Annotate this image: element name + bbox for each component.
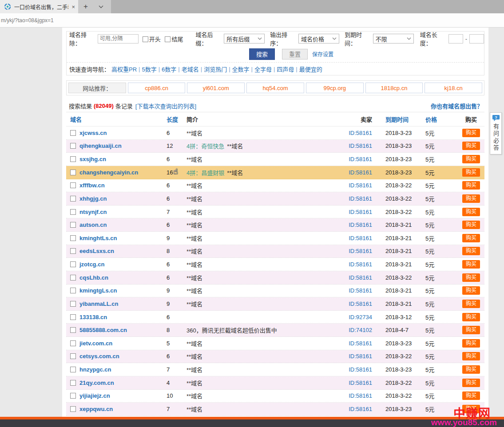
recommend-site-link[interactable]: 99cp.org [306,83,364,93]
seller-id-link[interactable]: ID:58161 [340,380,376,386]
buy-button[interactable]: 购买 [462,260,480,269]
buy-button[interactable]: 购买 [462,352,480,360]
domain-link[interactable]: yibanmaLL.cn [79,300,167,307]
buy-button[interactable]: 购买 [462,300,480,308]
buy-button[interactable]: 购买 [462,326,480,334]
reset-button[interactable]: 重置 [282,49,308,59]
row-checkbox[interactable] [70,143,76,149]
row-checkbox[interactable] [70,393,76,399]
expiry-select[interactable]: 不限 [373,34,414,43]
tab-list-chevron-icon[interactable] [93,0,108,13]
domain-link[interactable]: cqsLhb.cn [79,274,167,281]
quick-nav-link[interactable]: 5数字 [142,65,156,73]
seller-id-link[interactable]: ID:58161 [340,130,376,136]
row-checkbox[interactable] [70,156,76,162]
suffix-select[interactable]: 所有后缀 [224,34,265,43]
buy-button[interactable]: 购买 [462,194,480,203]
recommend-site-link[interactable]: hq54.com [246,83,304,93]
domain-link[interactable]: 133138.cn [79,314,167,320]
row-checkbox[interactable] [70,301,76,307]
domain-link[interactable]: jietv.com.cn [79,340,167,347]
domain-link[interactable]: changshengcaiyin.cn [79,169,167,176]
row-checkbox[interactable] [70,170,76,175]
buy-button[interactable]: 购买 [462,247,480,255]
seller-id-link[interactable]: ID:58161 [340,261,376,268]
row-checkbox[interactable] [70,314,76,320]
seller-id-link[interactable]: ID:58161 [340,392,376,399]
domain-link[interactable]: xfffbw.cn [79,182,167,189]
domain-link[interactable]: xhhgjg.cn [79,195,167,202]
domain-link[interactable]: kmingtgLs.cn [79,287,167,294]
length-max-input[interactable] [469,34,484,43]
help-widget[interactable]: ? 有问必答 [490,112,502,154]
buy-button[interactable]: 购买 [462,168,480,177]
domain-link[interactable]: yijiajiejz.cn [79,392,167,399]
seller-id-link[interactable]: ID:58161 [340,300,376,307]
domain-link[interactable]: kminghtLs.cn [79,235,167,241]
sort-select[interactable]: 域名价格 [298,34,339,43]
seller-id-link[interactable]: ID:58161 [340,248,376,254]
seller-id-link[interactable]: ID:58161 [340,287,376,294]
browser-tab[interactable]: 一口价域名出售，二手域 × [0,0,78,13]
row-checkbox[interactable] [70,261,76,267]
seller-id-link[interactable]: ID:58161 [340,221,376,228]
buy-button[interactable]: 购买 [462,273,480,282]
seller-id-link[interactable]: ID:58161 [340,353,376,360]
save-settings-link[interactable]: 保存设置 [312,50,333,58]
seller-id-link[interactable]: ID:58161 [340,366,376,373]
seller-id-link[interactable]: ID:58161 [340,406,376,412]
row-checkbox[interactable] [70,406,76,412]
tab-close-icon[interactable]: × [71,4,75,10]
recommend-site-link[interactable]: 1818cp.cn [365,83,423,93]
buy-button[interactable]: 购买 [462,129,480,137]
header-domain[interactable]: 域名 [70,115,167,123]
quick-nav-link[interactable]: 老域名 [182,65,199,73]
seller-id-link[interactable]: ID:58161 [340,142,376,149]
search-button[interactable]: 搜索 [249,48,275,60]
quick-nav-link[interactable]: 全字母 [254,65,272,73]
buy-button[interactable]: 购买 [462,391,480,400]
seller-id-link[interactable]: ID:58161 [340,182,376,189]
domain-link[interactable]: 58855888.com.cn [79,327,167,333]
buy-button[interactable]: 购买 [462,339,480,348]
quick-nav-link[interactable]: 四声母 [277,65,294,73]
buy-button[interactable]: 购买 [462,208,480,216]
buy-button[interactable]: 购买 [462,379,480,387]
header-expiry[interactable]: 到期时间 [376,115,418,123]
domain-link[interactable]: autson.cn [79,221,167,228]
row-checkbox[interactable] [70,130,76,136]
buy-button[interactable]: 购买 [462,365,480,374]
address-bar[interactable]: m/ykj/?tao=08&jgpx=1 [0,13,504,28]
domain-link[interactable]: xeppqwu.cn [79,406,167,412]
row-checkbox[interactable] [70,209,76,215]
buy-button[interactable]: 购买 [462,181,480,190]
domain-link[interactable]: xjcwss.cn [79,130,167,136]
sell-domain-link[interactable]: 你也有域名想出售？ [431,102,483,110]
domain-link[interactable]: jzotcg.cn [79,261,167,268]
seller-id-link[interactable]: ID:74102 [340,327,376,333]
domain-link[interactable]: ntsynjf.cn [79,209,167,215]
seller-id-link[interactable]: ID:58161 [340,156,376,162]
exclude-input[interactable] [98,34,139,43]
recommend-site-link[interactable]: cp886.cn [128,83,186,93]
length-min-input[interactable] [448,34,463,43]
ends-with-checkbox[interactable] [165,36,171,42]
seller-id-link[interactable]: ID:92734 [340,314,376,320]
domain-link[interactable]: 21qy.com.cn [79,380,167,386]
buy-button[interactable]: 购买 [462,286,480,295]
domain-link[interactable]: hnzypgc.cn [79,366,167,373]
buy-button[interactable]: 购买 [462,234,480,242]
recommend-site-link[interactable]: kj18.cn [425,83,482,93]
seller-id-link[interactable]: ID:58161 [340,340,376,347]
row-checkbox[interactable] [70,182,76,188]
row-checkbox[interactable] [70,248,76,254]
starts-with-checkbox[interactable] [143,36,148,42]
download-list-link[interactable]: [下载本次查询出的列表] [135,102,196,110]
row-checkbox[interactable] [70,196,76,202]
recommend-site-link[interactable]: yl601.com [187,83,245,93]
domain-link[interactable]: eedsLsxs.cn [79,248,167,254]
seller-id-link[interactable]: ID:58161 [340,209,376,215]
row-checkbox[interactable] [70,275,76,281]
row-checkbox[interactable] [70,367,76,372]
buy-button[interactable]: 购买 [462,313,480,321]
